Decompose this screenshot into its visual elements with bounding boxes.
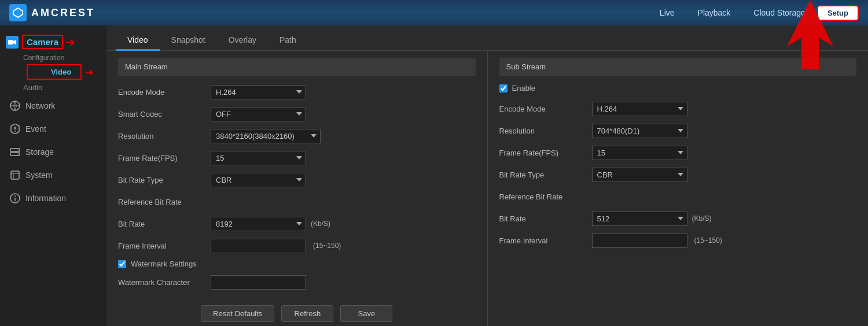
- enable-checkbox[interactable]: [499, 84, 507, 92]
- sidebar-information-label: Information: [25, 194, 66, 203]
- video-arrow-icon: ➔: [85, 66, 94, 79]
- top-nav: AMCREST Live Playback Cloud Storage Setu…: [0, 0, 868, 25]
- setup-button[interactable]: Setup: [817, 5, 859, 21]
- brand-name: AMCREST: [31, 7, 95, 19]
- svg-marker-3: [13, 40, 16, 45]
- frame-interval-label: Frame Interval: [118, 242, 211, 250]
- svg-point-10: [17, 154, 19, 155]
- sub-frame-interval-label: Frame Interval: [499, 236, 592, 245]
- watermark-char-row: Watermark Character DigitalCCTV: [118, 274, 476, 290]
- watermark-char-input[interactable]: DigitalCCTV: [211, 275, 306, 290]
- frame-interval-input[interactable]: 30: [211, 239, 306, 253]
- sub-bit-rate-label: Bit Rate: [499, 214, 592, 223]
- sub-frame-rate-label: Frame Rate(FPS): [499, 149, 592, 157]
- main-stream-panel: Main Stream Encode Mode H.264 H.265 Smar…: [106, 51, 487, 326]
- frame-rate-select[interactable]: 15 30 25: [211, 151, 306, 165]
- nav-links: Live Playback Cloud Storage: [660, 8, 806, 17]
- main-stream-header: Main Stream: [118, 58, 476, 76]
- tab-path[interactable]: Path: [268, 31, 308, 51]
- main-layout: Camera ➔ Configuration Video ➔ Audio Net…: [0, 25, 868, 326]
- sub-bit-rate-type-select[interactable]: CBR VBR: [592, 168, 687, 182]
- bit-rate-select[interactable]: 8192 4096 2048: [211, 217, 306, 231]
- sub-reference-bit-rate-row: Reference Bit Rate: [499, 188, 857, 205]
- config-label: Configuration: [0, 51, 106, 63]
- sidebar-system-label: System: [25, 171, 53, 180]
- reset-defaults-button[interactable]: Reset Defaults: [201, 305, 274, 322]
- smart-codec-row: Smart Codec OFF ON: [118, 106, 476, 122]
- nav-live[interactable]: Live: [660, 8, 675, 17]
- sub-stream-header: Sub Stream: [499, 58, 857, 76]
- frame-interval-row: Frame Interval 30 (15~150): [118, 238, 476, 254]
- sub-resolution-label: Resolution: [499, 127, 592, 135]
- sidebar-item-event[interactable]: Event: [0, 117, 106, 140]
- camera-arrow-icon: ➔: [65, 35, 75, 49]
- svg-marker-1: [15, 10, 21, 16]
- resolution-row: Resolution 3840*2160(3840x2160) 1920*108…: [118, 128, 476, 144]
- sub-frame-rate-row: Frame Rate(FPS) 15 30: [499, 145, 857, 161]
- resolution-label: Resolution: [118, 132, 211, 140]
- event-icon: [9, 123, 21, 135]
- sidebar-network-label: Network: [25, 101, 55, 110]
- frame-rate-row: Frame Rate(FPS) 15 30 25: [118, 150, 476, 166]
- tab-video[interactable]: Video: [116, 31, 160, 51]
- watermark-row: Watermark Settings: [118, 260, 476, 268]
- sidebar: Camera ➔ Configuration Video ➔ Audio Net…: [0, 25, 106, 326]
- enable-label: Enable: [512, 84, 535, 92]
- sub-frame-interval-range: (15~150): [694, 236, 722, 244]
- smart-codec-label: Smart Codec: [118, 110, 211, 118]
- svg-rect-2: [8, 40, 13, 45]
- encode-mode-label: Encode Mode: [118, 88, 211, 97]
- sidebar-item-video[interactable]: Video: [27, 64, 82, 80]
- svg-rect-11: [11, 171, 19, 179]
- encode-mode-select[interactable]: H.264 H.265: [211, 85, 306, 99]
- sub-bit-rate-type-row: Bit Rate Type CBR VBR: [499, 166, 857, 183]
- sub-reference-bit-rate-label: Reference Bit Rate: [499, 192, 592, 201]
- sidebar-item-audio[interactable]: Audio: [0, 81, 106, 94]
- logo: AMCREST: [9, 4, 95, 21]
- storage-icon: [9, 146, 21, 158]
- reference-bit-rate-row: Reference Bit Rate: [118, 194, 476, 210]
- sub-frame-rate-select[interactable]: 15 30: [592, 146, 687, 160]
- sub-encode-mode-row: Encode Mode H.264 H.265: [499, 101, 857, 117]
- sub-encode-mode-select[interactable]: H.264 H.265: [592, 102, 687, 116]
- bit-rate-type-label: Bit Rate Type: [118, 176, 211, 184]
- system-icon: [9, 169, 21, 181]
- sidebar-storage-label: Storage: [25, 147, 54, 157]
- sub-stream-panel: Sub Stream Enable Encode Mode H.264 H.26…: [488, 51, 869, 326]
- watermark-checkbox[interactable]: [118, 260, 126, 268]
- nav-cloud-storage[interactable]: Cloud Storage: [753, 8, 806, 17]
- refresh-button[interactable]: Refresh: [281, 305, 333, 322]
- sidebar-item-system[interactable]: System: [0, 164, 106, 187]
- sidebar-item-camera[interactable]: Camera: [22, 35, 63, 49]
- info-icon: [9, 192, 21, 204]
- sidebar-item-network[interactable]: Network: [0, 94, 106, 117]
- save-button[interactable]: Save: [340, 305, 392, 322]
- settings-area: Main Stream Encode Mode H.264 H.265 Smar…: [106, 51, 868, 326]
- reference-bit-rate-label: Reference Bit Rate: [118, 198, 211, 206]
- bit-rate-label: Bit Rate: [118, 220, 211, 228]
- nav-playback[interactable]: Playback: [698, 8, 731, 17]
- svg-point-15: [14, 195, 16, 197]
- sub-encode-mode-label: Encode Mode: [499, 105, 592, 113]
- sub-resolution-row: Resolution 704*480(D1) 352*240(CIF): [499, 123, 857, 139]
- enable-row: Enable: [499, 84, 857, 92]
- sub-bit-rate-select[interactable]: 512 256 1024: [592, 212, 687, 226]
- button-row: Reset Defaults Refresh Save: [118, 296, 476, 326]
- sidebar-event-label: Event: [25, 124, 46, 134]
- tab-snapshot[interactable]: Snapshot: [160, 31, 217, 51]
- sidebar-item-storage[interactable]: Storage: [0, 140, 106, 164]
- sub-bit-rate-unit: (Kb/S): [692, 214, 712, 223]
- bit-rate-type-select[interactable]: CBR VBR: [211, 173, 306, 187]
- logo-icon: [9, 4, 27, 21]
- resolution-select[interactable]: 3840*2160(3840x2160) 1920*1080: [211, 129, 321, 143]
- bit-rate-unit: (Kb/S): [311, 220, 330, 228]
- sub-bit-rate-row: Bit Rate 512 256 1024 (Kb/S): [499, 210, 857, 227]
- smart-codec-select[interactable]: OFF ON: [211, 107, 306, 121]
- frame-interval-range: (15~150): [313, 242, 341, 250]
- sidebar-item-information[interactable]: Information: [0, 187, 106, 210]
- watermark-label: Watermark Settings: [131, 260, 197, 268]
- tab-overlay[interactable]: Overlay: [217, 31, 268, 51]
- sub-frame-interval-input[interactable]: 30: [592, 234, 687, 248]
- encode-mode-row: Encode Mode H.264 H.265: [118, 84, 476, 100]
- sub-resolution-select[interactable]: 704*480(D1) 352*240(CIF): [592, 124, 687, 138]
